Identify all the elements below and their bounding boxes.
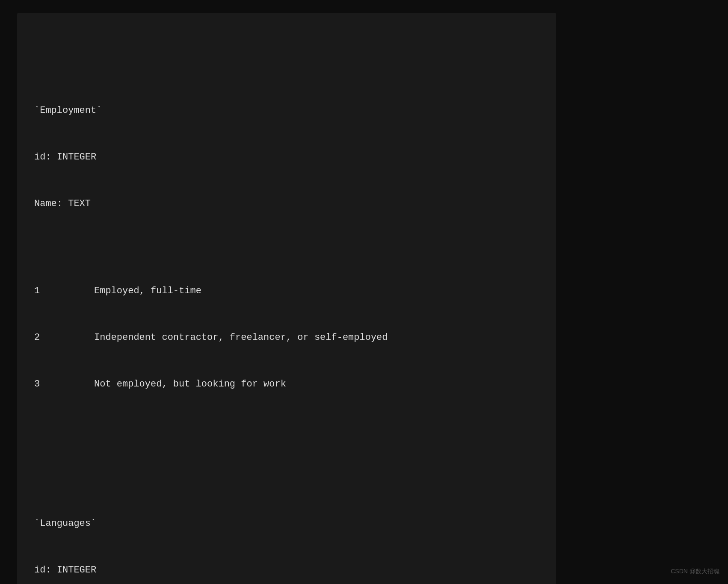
employment-row-3: 3 Not employed, but looking for work	[34, 377, 539, 392]
code-container: `Employment` id: INTEGER Name: TEXT 1 Em…	[17, 13, 556, 584]
employment-row-1-value: Employed, full-time	[68, 283, 201, 299]
employment-table-name: `Employment`	[34, 103, 539, 118]
employment-row-1: 1 Employed, full-time	[34, 283, 539, 299]
employment-row-3-id: 3	[34, 377, 68, 392]
employment-field-name: Name: TEXT	[34, 196, 539, 212]
employment-row-1-id: 1	[34, 283, 68, 299]
employment-row-2-value: Independent contractor, freelancer, or s…	[68, 330, 388, 345]
languages-section: `Languages` id: INTEGER Name: TEXT 1 HTM…	[34, 485, 539, 584]
employment-row-2: 2 Independent contractor, freelancer, or…	[34, 330, 539, 345]
languages-field-id: id: INTEGER	[34, 563, 539, 578]
code-content: `Employment` id: INTEGER Name: TEXT 1 Em…	[34, 26, 539, 584]
employment-row-2-id: 2	[34, 330, 68, 345]
employment-field-id: id: INTEGER	[34, 150, 539, 165]
employment-section: `Employment` id: INTEGER Name: TEXT 1 Em…	[34, 72, 539, 423]
watermark-label: CSDN @数大招魂	[671, 568, 719, 575]
employment-row-3-value: Not employed, but looking for work	[68, 377, 286, 392]
languages-table-name: `Languages`	[34, 516, 539, 531]
